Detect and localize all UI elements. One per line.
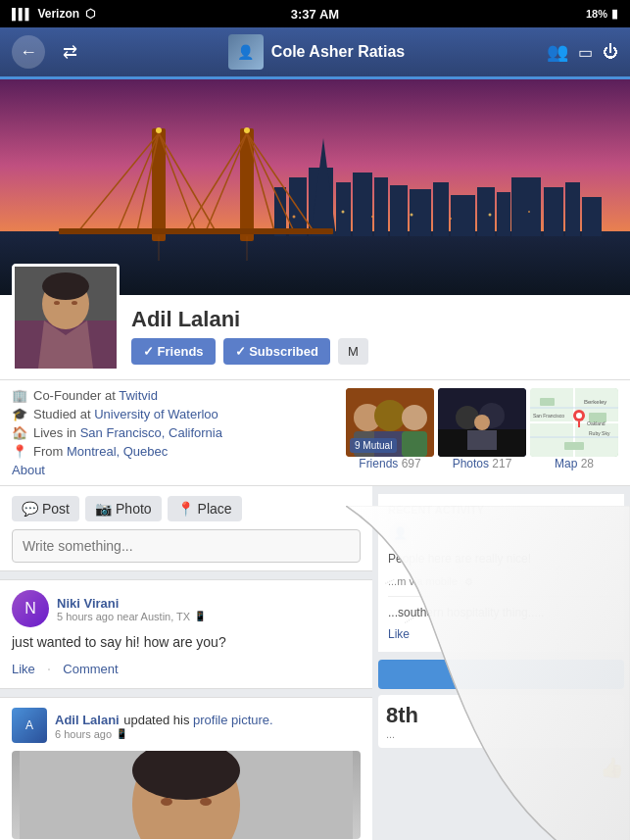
status-time: 3:37 AM	[291, 7, 339, 22]
svg-rect-67	[540, 398, 555, 406]
cover-photo-svg	[0, 79, 630, 295]
nav-bar: ← ⇄ 👤 Cole Asher Ratias 👥 ▭ ⏻	[0, 27, 630, 76]
profile-name: Adil Lalani	[131, 307, 618, 332]
place-tab[interactable]: 📍 Place	[168, 496, 242, 521]
subscribed-button[interactable]: ✓ Subscribed	[223, 338, 330, 365]
svg-point-52	[374, 400, 406, 431]
svg-point-47	[54, 301, 60, 305]
post-composer: 💬 Post 📷 Photo 📍 Place	[0, 486, 372, 571]
mutual-badge: 9 Mutual	[350, 438, 397, 453]
svg-point-35	[411, 214, 413, 217]
svg-point-71	[576, 413, 582, 419]
place-tab-label: Place	[198, 501, 232, 517]
profile-pic-link[interactable]: profile picture.	[193, 713, 273, 727]
svg-rect-11	[451, 195, 475, 236]
nav-avatar-image: 👤	[228, 34, 264, 70]
composer-input[interactable]	[12, 529, 361, 563]
svg-point-34	[371, 216, 373, 218]
post-meta-2: Adil Lalani updated his profile picture.…	[55, 711, 361, 740]
back-icon: ←	[20, 42, 37, 63]
svg-point-33	[342, 211, 345, 214]
photos-thumb-image	[438, 388, 526, 457]
school-link[interactable]: University of Waterloo	[94, 407, 218, 421]
profile-info: Adil Lalani ✓ Friends ✓ Subscribed M	[120, 303, 618, 365]
bio-item-school: 🎓 Studied at University of Waterloo	[12, 407, 338, 421]
profile-header: Adil Lalani ✓ Friends ✓ Subscribed M	[0, 295, 630, 380]
battery-icon: ▮	[611, 7, 618, 21]
map-thumb[interactable]: Berkeley San Francisco Oakland Ruby Sky …	[530, 388, 618, 470]
power-icon[interactable]: ⏻	[603, 43, 618, 61]
post-body-1: just wanted to say hi! how are you?	[12, 633, 361, 653]
status-left: ▌▌▌ Verizon ⬡	[12, 7, 95, 21]
twitvid-link[interactable]: Twitvid	[119, 388, 158, 403]
more-button[interactable]: M	[338, 338, 368, 365]
svg-rect-15	[544, 187, 563, 236]
shuffle-button[interactable]: ⇄	[53, 35, 86, 69]
post-icon: 💬	[22, 501, 38, 517]
svg-point-81	[200, 798, 212, 806]
sidebar-right: Recent Activity 👤 People here are really…	[372, 486, 630, 840]
status-right: 18% ▮	[586, 7, 618, 21]
mobile-icon-2: 📱	[116, 728, 127, 739]
post-timestamp-1: 5 hours ago near Austin, TX 📱	[57, 611, 361, 622]
svg-point-60	[474, 415, 490, 430]
comment-button-1[interactable]: Comment	[63, 661, 118, 678]
like-button-sidebar[interactable]: Like	[388, 627, 410, 641]
svg-point-37	[489, 214, 492, 217]
back-button[interactable]: ←	[12, 35, 45, 69]
school-icon: 🎓	[12, 407, 27, 421]
post-avatar-1: N	[12, 590, 49, 627]
svg-point-54	[402, 405, 427, 430]
signal-icon: ▌▌▌	[12, 8, 31, 20]
svg-text:👤: 👤	[393, 525, 408, 540]
carrier-label: Verizon	[37, 7, 79, 21]
activity-item-0: 👤	[388, 521, 614, 545]
nav-title: Cole Asher Ratias	[271, 43, 405, 61]
activity-divider: ...southern hospitality thing.....	[388, 596, 614, 620]
nav-avatar: 👤	[228, 34, 264, 70]
nav-icons: 👥 ▭ ⏻	[547, 41, 618, 63]
friends-icon[interactable]: 👥	[547, 41, 568, 63]
post-author-row-2: A Adil Lalani updated his profile pictur…	[12, 708, 361, 743]
profile-avatar-svg	[15, 267, 117, 369]
svg-point-32	[293, 216, 296, 219]
stats-label: ...	[386, 728, 616, 740]
activity-icon-0: 👤	[388, 521, 412, 545]
svg-rect-17	[582, 197, 602, 236]
friends-button[interactable]: ✓ Friends	[131, 338, 216, 365]
home-icon: 🏠	[12, 425, 27, 440]
post-card-1: N Niki Virani 5 hours ago near Austin, T…	[0, 579, 372, 689]
photos-thumb[interactable]: Photos 217	[438, 388, 526, 470]
bio-info: 🏢 Co-Founder at Twitvid 🎓 Studied at Uni…	[12, 388, 338, 477]
bio-section: 🏢 Co-Founder at Twitvid 🎓 Studied at Uni…	[0, 380, 630, 486]
svg-rect-16	[565, 182, 580, 236]
map-thumb-image: Berkeley San Francisco Oakland Ruby Sky	[530, 388, 618, 457]
post-author-1[interactable]: Niki Virani	[57, 596, 361, 611]
composer-tabs: 💬 Post 📷 Photo 📍 Place	[12, 496, 361, 521]
map-label: Map 28	[530, 457, 618, 470]
stats-number: 8th	[386, 703, 616, 728]
svg-rect-10	[433, 182, 449, 236]
about-link[interactable]: About	[12, 463, 338, 477]
city-link[interactable]: San Francisco, California	[80, 425, 222, 440]
post-tab-label: Post	[42, 501, 70, 517]
svg-rect-9	[410, 189, 431, 236]
svg-rect-7	[374, 177, 388, 236]
svg-rect-5	[336, 182, 351, 236]
svg-point-36	[450, 218, 452, 220]
svg-rect-8	[390, 185, 408, 236]
post-tab[interactable]: 💬 Post	[12, 496, 79, 521]
hometown-link[interactable]: Montreal, Quebec	[67, 444, 168, 459]
bio-item-lives: 🏠 Lives in San Francisco, California	[12, 425, 338, 440]
post-card-2: A Adil Lalani updated his profile pictur…	[0, 697, 372, 840]
bio-item-job: 🏢 Co-Founder at Twitvid	[12, 388, 338, 403]
thumbs-up-icon: 👍	[600, 757, 624, 778]
friends-thumb[interactable]: 9 Mutual Friends 697	[346, 388, 434, 470]
activity-item-2: ...m via mobile ⚙	[388, 573, 614, 590]
post-actions-1: Like · Comment	[12, 661, 361, 678]
photo-tab[interactable]: 📷 Photo	[85, 496, 162, 521]
like-activity: Like	[388, 624, 614, 642]
message-icon[interactable]: ▭	[578, 43, 593, 62]
like-button-1[interactable]: Like	[12, 661, 35, 678]
svg-rect-14	[511, 177, 541, 236]
